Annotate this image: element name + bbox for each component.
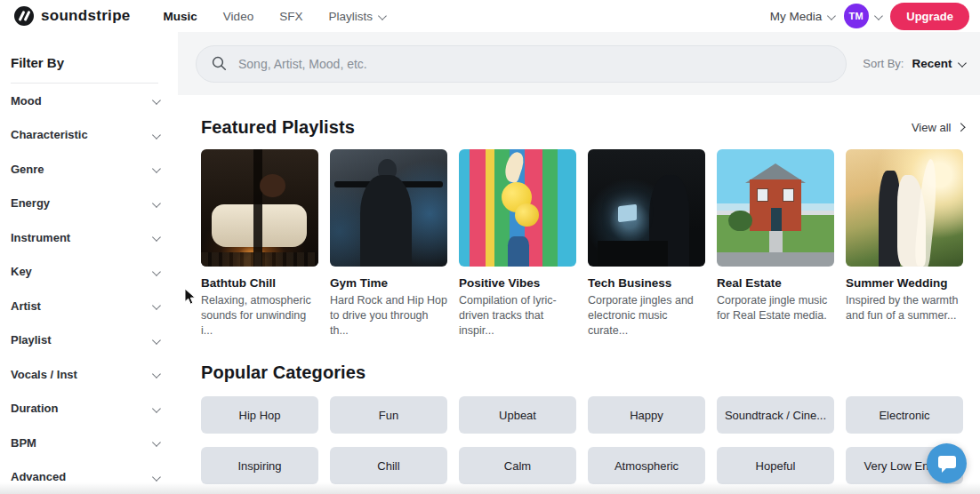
search-input[interactable] bbox=[238, 57, 831, 71]
playlist-cover[interactable] bbox=[330, 149, 447, 267]
playlist-title: Tech Business bbox=[588, 276, 705, 290]
sort-by-label: Sort By: bbox=[863, 57, 904, 70]
sort-dropdown[interactable]: Recent bbox=[912, 57, 964, 70]
sidebar-item-duration[interactable]: Duration bbox=[11, 392, 158, 426]
playlist-description: Hard Rock and Hip Hop to drive you throu… bbox=[330, 293, 447, 338]
sidebar-item-label: Artist bbox=[11, 299, 41, 313]
sidebar-item-energy[interactable]: Energy bbox=[11, 187, 158, 221]
sidebar-item-label: Energy bbox=[11, 196, 50, 210]
sidebar-item-mood[interactable]: Mood bbox=[11, 84, 158, 118]
chevron-down-icon bbox=[152, 198, 160, 206]
chevron-down-icon bbox=[874, 12, 882, 20]
search-bar-section: Sort By: Recent bbox=[178, 32, 980, 95]
category-button-hopeful[interactable]: Hopeful bbox=[717, 447, 834, 484]
sidebar-item-artist[interactable]: Artist bbox=[11, 289, 158, 323]
playlist-title: Summer Wedding bbox=[846, 276, 963, 290]
nav-item-video[interactable]: Video bbox=[223, 10, 253, 23]
category-button-chill[interactable]: Chill bbox=[330, 447, 447, 484]
playlist-card-real-estate[interactable]: Real Estate Corporate jingle music for R… bbox=[717, 149, 834, 338]
popular-categories-header: Popular Categories bbox=[201, 363, 963, 383]
playlist-card-tech-business[interactable]: Tech Business Corporate jingles and elec… bbox=[588, 149, 705, 338]
chevron-down-icon bbox=[152, 335, 160, 343]
chat-bubble-icon bbox=[938, 456, 956, 468]
chevron-down-icon bbox=[152, 164, 160, 172]
sidebar-item-label: Advanced bbox=[11, 470, 66, 483]
playlist-cover[interactable] bbox=[717, 149, 834, 267]
sidebar-item-playlist[interactable]: Playlist bbox=[11, 323, 158, 358]
playlist-description: Inspired by the warmth and fun of a summ… bbox=[846, 293, 963, 323]
sidebar-item-label: Key bbox=[11, 265, 32, 278]
popular-categories-grid: Hip Hop Fun Upbeat Happy Soundtrack / Ci… bbox=[201, 396, 963, 484]
sidebar-item-label: Mood bbox=[11, 94, 42, 108]
chevron-down-icon bbox=[152, 438, 160, 446]
category-button-fun[interactable]: Fun bbox=[330, 396, 447, 434]
chevron-down-icon bbox=[152, 472, 160, 480]
playlist-cover[interactable] bbox=[588, 149, 705, 267]
playlist-card-positive-vibes[interactable]: Positive Vibes Compilation of lyric-driv… bbox=[459, 149, 576, 338]
nav-item-music[interactable]: Music bbox=[164, 10, 197, 23]
sidebar-item-label: Characteristic bbox=[11, 128, 88, 141]
sidebar-item-instrument[interactable]: Instrument bbox=[11, 220, 158, 255]
category-button-calm[interactable]: Calm bbox=[459, 447, 576, 484]
account-menu[interactable]: TM bbox=[844, 4, 881, 28]
playlist-description: Compilation of lyric-driven tracks that … bbox=[459, 293, 576, 338]
category-button-hip-hop[interactable]: Hip Hop bbox=[201, 396, 318, 434]
view-all-label: View all bbox=[912, 121, 952, 134]
playlist-card-summer-wedding[interactable]: Summer Wedding Inspired by the warmth an… bbox=[846, 149, 963, 338]
playlist-cover[interactable] bbox=[846, 149, 963, 267]
chevron-down-icon bbox=[152, 301, 160, 309]
avatar[interactable]: TM bbox=[844, 4, 869, 28]
brand-name: soundstripe bbox=[41, 7, 131, 25]
sidebar-item-label: Duration bbox=[11, 402, 58, 415]
category-button-upbeat[interactable]: Upbeat bbox=[459, 396, 576, 434]
sidebar-item-vocals-inst[interactable]: Vocals / Inst bbox=[11, 357, 158, 392]
category-button-atmospheric[interactable]: Atmospheric bbox=[588, 447, 705, 484]
playlist-title: Gym Time bbox=[330, 276, 447, 290]
soundstripe-logo[interactable]: soundstripe bbox=[14, 6, 131, 26]
chevron-down-icon bbox=[152, 267, 160, 275]
nav-item-playlists[interactable]: Playlists bbox=[328, 10, 384, 23]
chat-widget-button[interactable] bbox=[927, 443, 967, 483]
category-button-happy[interactable]: Happy bbox=[588, 396, 705, 434]
popular-categories-title: Popular Categories bbox=[201, 363, 365, 383]
sidebar-item-label: Playlist bbox=[11, 333, 52, 347]
chevron-down-icon bbox=[152, 370, 160, 378]
upgrade-button[interactable]: Upgrade bbox=[890, 3, 969, 30]
sidebar-item-characteristic[interactable]: Characteristic bbox=[11, 118, 158, 153]
chevron-down-icon bbox=[152, 96, 160, 104]
sidebar-item-bpm[interactable]: BPM bbox=[11, 426, 158, 460]
main-content: Sort By: Recent Featured Playlists View … bbox=[178, 32, 980, 494]
chevron-down-icon bbox=[152, 130, 160, 138]
category-button-inspiring[interactable]: Inspiring bbox=[201, 447, 318, 484]
nav-item-sfx[interactable]: SFX bbox=[279, 10, 302, 23]
category-button-electronic[interactable]: Electronic bbox=[846, 396, 963, 434]
category-button-soundtrack-cinematic[interactable]: Soundtrack / Cine... bbox=[717, 396, 834, 434]
playlist-card-bathtub-chill[interactable]: Bathtub Chill Relaxing, atmospheric soun… bbox=[201, 149, 318, 338]
sidebar-item-genre[interactable]: Genre bbox=[11, 152, 158, 187]
search-box[interactable] bbox=[196, 45, 847, 83]
featured-playlists-row: Bathtub Chill Relaxing, atmospheric soun… bbox=[201, 149, 963, 338]
playlist-description: Corporate jingles and electronic music c… bbox=[588, 293, 705, 338]
playlist-cover[interactable] bbox=[201, 149, 318, 267]
playlist-title: Positive Vibes bbox=[459, 276, 576, 290]
sidebar-item-advanced[interactable]: Advanced bbox=[11, 460, 158, 494]
filter-sidebar: Filter By Mood Characteristic Genre Ener… bbox=[0, 32, 178, 494]
chevron-down-icon bbox=[378, 12, 386, 20]
my-media-menu[interactable]: My Media bbox=[770, 10, 834, 23]
sidebar-item-label: BPM bbox=[11, 436, 36, 450]
playlist-title: Real Estate bbox=[717, 276, 834, 290]
filter-by-title: Filter By bbox=[11, 48, 158, 84]
my-media-label: My Media bbox=[770, 10, 823, 23]
nav-right: My Media TM Upgrade bbox=[770, 3, 969, 30]
soundstripe-logo-icon bbox=[14, 6, 34, 26]
playlist-cover[interactable] bbox=[459, 149, 576, 267]
playlist-card-gym-time[interactable]: Gym Time Hard Rock and Hip Hop to drive … bbox=[330, 149, 447, 338]
view-all-link[interactable]: View all bbox=[912, 121, 963, 134]
playlist-description: Relaxing, atmospheric sounds for unwindi… bbox=[201, 293, 318, 338]
top-nav: soundstripe Music Video SFX Playlists My… bbox=[0, 0, 980, 32]
chevron-down-icon bbox=[152, 233, 160, 241]
sidebar-item-key[interactable]: Key bbox=[11, 255, 158, 290]
featured-playlists-header: Featured Playlists View all bbox=[201, 117, 963, 138]
sort-value: Recent bbox=[912, 57, 952, 70]
chevron-down-icon bbox=[152, 403, 160, 411]
